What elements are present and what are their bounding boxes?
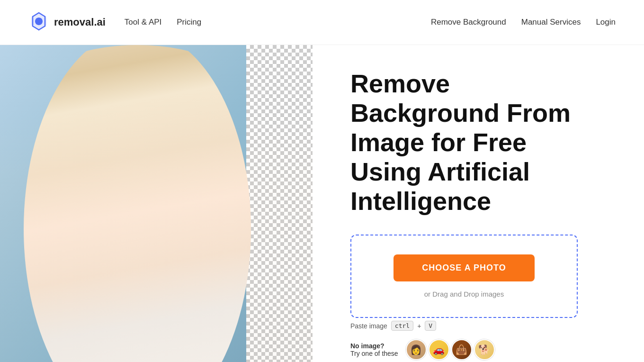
hero-image-container — [0, 45, 313, 362]
choose-photo-button[interactable]: CHOOSE A PHOTO — [394, 254, 534, 281]
nav-login[interactable]: Login — [596, 18, 616, 27]
plus-sign: + — [417, 322, 421, 330]
drag-drop-text: or Drag and Drop images — [424, 290, 504, 298]
nav-links: Tool & API Pricing — [125, 18, 201, 27]
logo-icon — [28, 11, 49, 34]
nav-link-tool-api[interactable]: Tool & API — [125, 18, 161, 27]
hero-section: Remove Background From Image for Free Us… — [0, 45, 644, 362]
paste-row: Paste image ctrl + V — [350, 321, 578, 331]
ctrl-key: ctrl — [391, 321, 413, 331]
nav-manual-services[interactable]: Manual Services — [521, 18, 581, 27]
navigation: removal.ai Tool & API Pricing Remove Bac… — [0, 0, 644, 45]
sample-thumb-car[interactable]: 🚗 — [429, 339, 449, 360]
sample-thumb-dog[interactable]: 🐕 — [474, 339, 495, 360]
hero-title: Remove Background From Image for Free Us… — [350, 69, 601, 216]
sample-thumb-bag[interactable]: 👜 — [451, 339, 472, 360]
nav-right: Remove Background Manual Services Login — [431, 18, 616, 27]
logo[interactable]: removal.ai — [28, 11, 106, 34]
hero-content: Remove Background From Image for Free Us… — [313, 45, 644, 362]
paste-label: Paste image — [350, 322, 387, 330]
no-image-line2: Try one of these — [350, 350, 398, 357]
v-key: V — [425, 321, 436, 331]
sample-row: No image? Try one of these 👩 🚗 👜 🐕 — [350, 339, 578, 360]
upload-box[interactable]: CHOOSE A PHOTO or Drag and Drop images — [350, 235, 578, 318]
nav-remove-background[interactable]: Remove Background — [431, 18, 506, 27]
nav-link-pricing[interactable]: Pricing — [177, 18, 201, 27]
sample-label: No image? Try one of these — [350, 342, 398, 357]
no-image-line1: No image? — [350, 342, 398, 350]
sample-thumbs: 👩 🚗 👜 🐕 — [406, 339, 495, 360]
person-overlay — [0, 45, 313, 362]
nav-left: removal.ai Tool & API Pricing — [28, 11, 201, 34]
logo-text: removal.ai — [54, 16, 106, 28]
sample-thumb-person[interactable]: 👩 — [406, 339, 427, 360]
